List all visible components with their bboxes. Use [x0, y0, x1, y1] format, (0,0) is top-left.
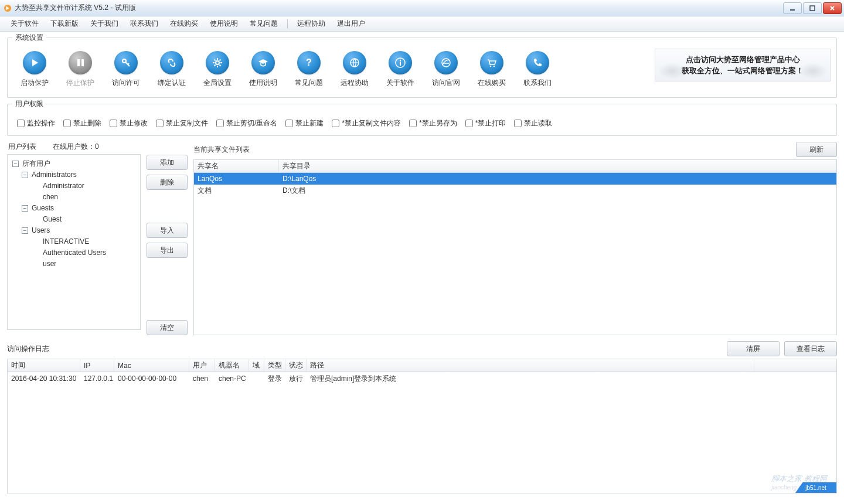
share-row[interactable]: 文档D:\文档: [194, 185, 836, 196]
perm-check-0[interactable]: 监控操作: [17, 118, 55, 128]
log-col-machine[interactable]: 机器名: [215, 359, 249, 372]
perm-checkbox[interactable]: [465, 120, 473, 127]
permissions-legend: 用户权限: [12, 99, 46, 109]
tree-user[interactable]: Administrator: [42, 182, 86, 190]
perm-check-9[interactable]: 禁止读取: [514, 118, 552, 128]
close-button[interactable]: [823, 2, 842, 14]
log-col-path[interactable]: 路径: [307, 359, 754, 372]
svg-point-10: [400, 60, 401, 61]
maximize-button[interactable]: [803, 2, 822, 14]
share-list-label: 当前共享文件列表: [193, 145, 250, 155]
share-col-name[interactable]: 共享名: [194, 160, 279, 172]
perm-check-7[interactable]: *禁止另存为: [409, 118, 457, 128]
log-listview[interactable]: 时间 IP Mac 用户 机器名 域 类型 状态 路径 2016-04-20 1…: [7, 359, 837, 493]
toolbar-cart-button[interactable]: 在线购买: [475, 51, 508, 88]
toolbar-question-button[interactable]: ?常见问题: [292, 51, 325, 88]
menu-usage[interactable]: 使用说明: [204, 16, 244, 31]
perm-check-3[interactable]: 禁止复制文件: [156, 118, 208, 128]
import-button[interactable]: 导入: [147, 223, 188, 238]
menu-faq[interactable]: 常见问题: [244, 16, 284, 31]
perm-check-4[interactable]: 禁止剪切/重命名: [216, 118, 277, 128]
perm-check-1[interactable]: 禁止删除: [63, 118, 101, 128]
refresh-button[interactable]: 刷新: [796, 142, 837, 157]
key-icon: [114, 51, 138, 74]
share-path-cell: D:\文档: [279, 186, 836, 196]
toolbar-globe-button[interactable]: 远程协助: [338, 51, 371, 88]
tree-root-node[interactable]: 所有用户: [21, 159, 52, 168]
share-col-path[interactable]: 共享目录: [279, 160, 836, 172]
perm-check-5[interactable]: 禁止新建: [285, 118, 324, 128]
log-col-time[interactable]: 时间: [8, 359, 80, 372]
delete-button[interactable]: 删除: [147, 175, 188, 190]
perm-checkbox[interactable]: [409, 120, 417, 127]
expand-icon[interactable]: −: [22, 205, 28, 212]
expand-icon[interactable]: −: [12, 161, 19, 167]
tree-user[interactable]: INTERACTIVE: [42, 237, 90, 246]
perm-check-6[interactable]: *禁止复制文件内容: [332, 118, 401, 128]
perm-checkbox[interactable]: [63, 120, 71, 127]
perm-label: 禁止删除: [73, 118, 101, 128]
perm-checkbox[interactable]: [514, 120, 522, 127]
perm-checkbox[interactable]: [17, 120, 25, 127]
log-col-ip[interactable]: IP: [80, 359, 114, 372]
menu-remote-assist[interactable]: 远程协助: [291, 16, 331, 31]
expand-icon[interactable]: −: [22, 172, 28, 178]
gear-icon: [206, 51, 229, 74]
toolbar-label: 访问官网: [432, 78, 460, 88]
share-listview[interactable]: 共享名 共享目录 LanQosD:\LanQos文档D:\文档: [193, 159, 837, 335]
tree-group[interactable]: Administrators: [30, 171, 78, 179]
menu-contact-us[interactable]: 联系我们: [124, 16, 164, 31]
menu-logout[interactable]: 退出用户: [331, 16, 371, 31]
clear-button[interactable]: 清空: [147, 320, 188, 335]
log-path-cell: 管理员[admin]登录到本系统: [307, 374, 836, 384]
perm-check-8[interactable]: *禁止打印: [465, 118, 506, 128]
toolbar-play-button[interactable]: 启动保护: [18, 51, 51, 88]
tree-user[interactable]: user: [42, 260, 57, 268]
log-col-tail[interactable]: [754, 359, 836, 372]
export-button[interactable]: 导出: [147, 243, 188, 258]
tree-user[interactable]: Guest: [42, 215, 63, 223]
perm-check-2[interactable]: 禁止修改: [110, 118, 148, 128]
expand-icon[interactable]: −: [22, 227, 28, 234]
log-col-type[interactable]: 类型: [264, 359, 285, 372]
log-col-domain[interactable]: 域: [249, 359, 264, 372]
toolbar-key-button[interactable]: 访问许可: [110, 51, 142, 88]
perm-checkbox[interactable]: [216, 120, 224, 127]
toolbar-phone-button[interactable]: 联系我们: [521, 51, 554, 88]
toolbar-gear-button[interactable]: 全局设置: [201, 51, 234, 88]
promo-banner[interactable]: 点击访问大势至网络管理产品中心 获取全方位、一站式网络管理方案！: [655, 49, 831, 81]
toolbar-info-button[interactable]: 关于软件: [384, 51, 417, 88]
user-tree[interactable]: −所有用户−AdministratorsAdministratorchen−Gu…: [7, 154, 141, 330]
toolbar-ie-button[interactable]: 访问官网: [430, 51, 462, 88]
log-row[interactable]: 2016-04-20 10:31:30127.0.0.100-00-00-00-…: [8, 372, 836, 385]
toolbar-grad-button[interactable]: 使用说明: [247, 51, 280, 88]
minimize-button[interactable]: [783, 2, 802, 14]
perm-checkbox[interactable]: [285, 120, 293, 127]
cart-icon: [480, 51, 503, 74]
toolbar-label: 绑定认证: [158, 78, 186, 88]
tree-group[interactable]: Users: [30, 226, 51, 234]
log-col-mac[interactable]: Mac: [114, 359, 189, 372]
tree-user[interactable]: chen: [42, 193, 59, 201]
perm-label: 禁止剪切/重命名: [226, 118, 277, 128]
menu-buy-online[interactable]: 在线购买: [164, 16, 204, 31]
tree-group[interactable]: Guests: [30, 204, 55, 212]
share-name-cell: LanQos: [194, 175, 279, 183]
clear-log-button[interactable]: 清屏: [727, 341, 780, 356]
log-col-status[interactable]: 状态: [285, 359, 307, 372]
tree-user[interactable]: Authenticated Users: [42, 248, 107, 257]
perm-checkbox[interactable]: [110, 120, 117, 127]
menu-download-new[interactable]: 下载新版: [45, 16, 84, 31]
perm-checkbox[interactable]: [156, 120, 164, 127]
toolbar-link-button[interactable]: 绑定认证: [155, 51, 188, 88]
menu-about-software[interactable]: 关于软件: [5, 16, 45, 31]
view-log-button[interactable]: 查看日志: [784, 341, 837, 356]
log-col-user[interactable]: 用户: [189, 359, 215, 372]
perm-label: 禁止新建: [295, 118, 324, 128]
perm-label: 禁止修改: [120, 118, 148, 128]
perm-checkbox[interactable]: [332, 120, 339, 127]
toolbar-label: 关于软件: [386, 78, 414, 88]
share-row[interactable]: LanQosD:\LanQos: [194, 173, 836, 185]
add-button[interactable]: 添加: [147, 155, 188, 170]
menu-about-us[interactable]: 关于我们: [84, 16, 124, 31]
